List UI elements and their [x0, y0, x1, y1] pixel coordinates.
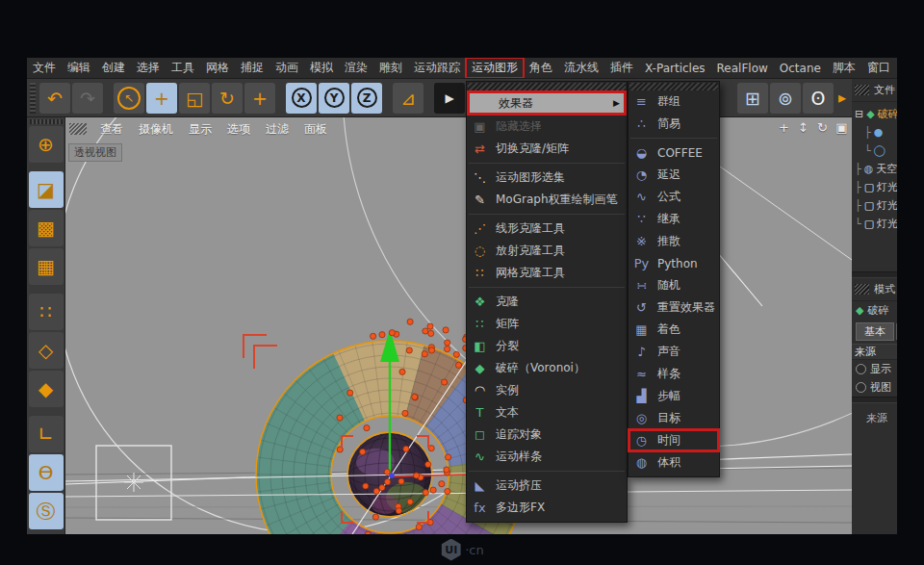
viewport-menu-过滤[interactable]: 过滤 [258, 121, 296, 138]
move-tool-button[interactable]: + [146, 83, 177, 114]
object-row[interactable]: ├▢灯光 [852, 196, 897, 215]
menu-item-运动图形选集[interactable]: ⋱运动图形选集 [467, 167, 627, 189]
radio-option-显示[interactable]: 显示 [852, 360, 897, 378]
camera-button[interactable]: ⊚ [770, 83, 801, 114]
viewport[interactable]: 查看摄像机显示选项过滤面板 透视视图 +↕↻▣ [65, 117, 852, 534]
menu-item-简易[interactable]: ∴简易 [629, 113, 719, 135]
radio-option-视图[interactable]: 视图 [852, 378, 897, 397]
tab-basic[interactable]: 基本 [856, 322, 894, 341]
menu-item-步幅[interactable]: ▟步幅 [629, 385, 719, 407]
menu-item-MoGraph权重绘制画笔[interactable]: ✎MoGraph权重绘制画笔 [467, 189, 627, 211]
viewport-menu-查看[interactable]: 查看 [92, 121, 131, 138]
object-manager-file-menu[interactable]: 文件 [874, 83, 895, 97]
expand-toggle-icon[interactable]: ⊟ [855, 108, 863, 120]
x-axis-lock-button[interactable]: X [286, 83, 317, 114]
rotate-view-icon[interactable]: ↻ [815, 120, 830, 135]
menu-item-随机[interactable]: ∺随机 [629, 274, 719, 296]
snap-toggle-button[interactable]: Ⓢ [29, 493, 64, 529]
menubar-item-选择[interactable]: 选择 [131, 58, 166, 78]
object-row[interactable]: ├▢灯光 [852, 178, 897, 196]
undo-button[interactable]: ↶ [39, 83, 70, 114]
menu-item-多边形FX[interactable]: fx多边形FX [467, 497, 627, 519]
menu-item-切换克隆/矩阵[interactable]: ⇄切换克隆/矩阵 [467, 138, 627, 160]
left-toolbar-drag-handle[interactable] [30, 119, 63, 124]
pan-view-icon[interactable]: + [777, 120, 791, 135]
menubar-item-运动图形[interactable]: 运动图形 [466, 58, 524, 78]
menubar-item-雕刻[interactable]: 雕刻 [373, 58, 408, 78]
model-mode-button[interactable]: ◪ [29, 171, 64, 208]
menubar-item-动画[interactable]: 动画 [270, 58, 304, 78]
layout-toggle-icon[interactable]: ▣ [834, 120, 849, 135]
menubar-item-X-Particles[interactable]: X-Particles [639, 60, 711, 77]
zoom-view-icon[interactable]: ↕ [796, 120, 810, 135]
render-view-button[interactable]: ▶ [434, 83, 465, 114]
attributes-mode-menu[interactable]: 模式 [874, 282, 895, 296]
object-row[interactable]: ⊟◆破碎 [852, 105, 897, 123]
edges-mode-button[interactable]: ◇ [29, 332, 64, 369]
menubar-item-编辑[interactable]: 编辑 [62, 58, 96, 78]
menubar-item-RealFlow[interactable]: RealFlow [711, 60, 774, 77]
viewport-menu-摄像机[interactable]: 摄像机 [131, 121, 181, 138]
menu-item-克隆[interactable]: ❖克隆 [467, 291, 627, 313]
viewport-drag-handle[interactable] [69, 123, 87, 135]
z-axis-lock-button[interactable]: Z [351, 83, 382, 114]
texture-mode-button[interactable]: ▩ [29, 210, 64, 246]
menu-item-公式[interactable]: ∿公式 [629, 186, 719, 208]
make-editable-button[interactable]: ⊕ [29, 126, 64, 163]
menu-drag-handle[interactable] [468, 83, 626, 90]
menu-item-着色[interactable]: ▦着色 [629, 319, 719, 341]
menu-item-时间[interactable]: ◷时间 [629, 429, 719, 451]
points-mode-button[interactable]: ∷ [29, 294, 64, 330]
menu-item-矩阵[interactable]: ∷矩阵 [467, 313, 627, 335]
menubar-item-创建[interactable]: 创建 [96, 58, 131, 78]
viewport-menu-面板[interactable]: 面板 [296, 121, 335, 138]
menubar-item-文件[interactable]: 文件 [27, 58, 62, 78]
menu-item-样条[interactable]: ≈样条 [629, 363, 719, 385]
coordinate-system-button[interactable]: ⊿ [393, 83, 424, 114]
viewport-menu-选项[interactable]: 选项 [219, 121, 258, 138]
menu-item-体积[interactable]: ◍体积 [629, 451, 719, 474]
menubar-item-捕捉[interactable]: 捕捉 [235, 58, 270, 78]
panel-drag-handle[interactable] [855, 284, 869, 295]
rotate-tool-button[interactable]: ↻ [212, 83, 243, 114]
menubar-item-运动跟踪[interactable]: 运动跟踪 [408, 58, 466, 78]
menu-item-重置效果器[interactable]: ↺重置效果器 [629, 296, 719, 319]
menu-item-破碎（Voronoi）[interactable]: ◆破碎（Voronoi） [467, 357, 627, 379]
y-axis-lock-button[interactable]: Y [319, 83, 349, 114]
menubar-item-窗口[interactable]: 窗口 [861, 58, 896, 78]
menu-item-运动样条[interactable]: ∿运动样条 [467, 446, 627, 468]
light-button[interactable]: ʘ [803, 83, 834, 114]
menubar-item-脚本[interactable]: 脚本 [827, 58, 861, 78]
workplane-mode-button[interactable]: ▦ [29, 248, 64, 285]
menu-item-目标[interactable]: ◎目标 [629, 407, 719, 429]
floor-button[interactable]: ⊞ [737, 83, 768, 114]
menu-item-继承[interactable]: ∵继承 [629, 208, 719, 230]
menu-item-分裂[interactable]: ◧分裂 [467, 335, 627, 357]
menu-item-声音[interactable]: ♪声音 [629, 341, 719, 363]
tab-stub[interactable] [896, 323, 897, 340]
menu-item-运动挤压[interactable]: ◣运动挤压 [467, 475, 627, 497]
toolbar-drag-handle[interactable] [30, 83, 36, 114]
menu-item-延迟[interactable]: ◔延迟 [629, 164, 719, 186]
menu-item-线形克隆工具[interactable]: ⋰线形克隆工具 [467, 218, 627, 240]
menubar-item-流水线[interactable]: 流水线 [558, 58, 604, 78]
menubar-item-插件[interactable]: 插件 [604, 58, 639, 78]
menubar-item-模拟[interactable]: 模拟 [304, 58, 339, 78]
panel-expand-chevron[interactable]: ▸ [835, 83, 849, 114]
redo-button[interactable]: ↷ [72, 83, 103, 114]
menu-item-追踪对象[interactable]: ◻追踪对象 [467, 424, 627, 446]
menu-item-COFFEE[interactable]: ◒COFFEE [629, 141, 719, 164]
polygons-mode-button[interactable]: ◆ [29, 371, 64, 407]
menu-item-实例[interactable]: ◠实例 [467, 379, 627, 401]
last-tool-button[interactable]: + [244, 83, 275, 114]
axis-mode-button[interactable]: ∟ [29, 416, 64, 452]
menubar-item-网格[interactable]: 网格 [200, 58, 235, 78]
source-section-header[interactable]: 来源 [852, 344, 897, 360]
menubar-item-Octane[interactable]: Octane [774, 60, 827, 77]
tweak-mode-button[interactable]: Ѳ [29, 454, 64, 491]
menu-item-放射克隆工具[interactable]: ◌放射克隆工具 [467, 240, 627, 262]
object-row[interactable]: └▢灯光 [852, 215, 897, 233]
object-row[interactable]: ├◍天空 [852, 160, 897, 178]
menu-item-文本[interactable]: T文本 [467, 401, 627, 424]
panel-divider[interactable] [852, 271, 897, 278]
